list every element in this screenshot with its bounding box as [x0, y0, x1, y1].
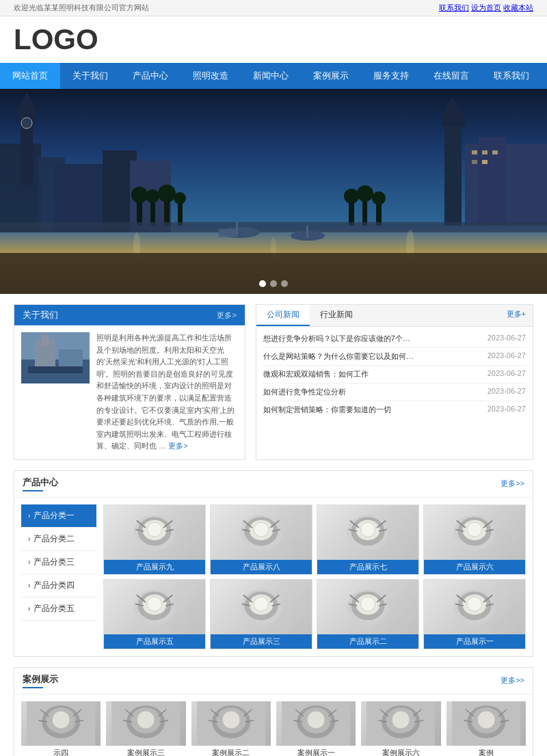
case-img	[191, 701, 271, 746]
nav-about[interactable]: 关于我们	[60, 63, 120, 89]
svg-point-151	[392, 711, 410, 729]
svg-point-119	[52, 711, 70, 729]
cat-label: 产品分类四	[34, 580, 75, 591]
case-item-6[interactable]: 案例展示六	[361, 701, 440, 756]
news-tab-company[interactable]: 公司新闻	[256, 305, 310, 326]
product-img	[104, 580, 205, 634]
svg-point-32	[357, 185, 373, 202]
about-header: 关于我们 更多>	[14, 305, 245, 325]
svg-rect-23	[150, 200, 155, 226]
about-section: 关于我们 更多> 照明是利用各种光源提高工作和生活场所及	[14, 304, 245, 460]
banner-dot-1[interactable]	[259, 280, 266, 287]
product-label: 产品展示七	[317, 560, 418, 574]
contact-link[interactable]: 联系我们	[439, 3, 469, 12]
nav-home[interactable]: 网站首页	[0, 63, 60, 89]
nav-support[interactable]: 服务支持	[361, 63, 421, 89]
news-title[interactable]: 什么是网站策略？为什么你需要它以及如何找到	[263, 351, 414, 362]
svg-point-103	[361, 597, 375, 611]
product-item-2[interactable]: 产品展示二	[317, 579, 419, 649]
news-title[interactable]: 想进行竞争分析吗？以下是你应该做的7个理由	[263, 334, 414, 344]
news-item: 想进行竞争分析吗？以下是你应该做的7个理由 2023-06-27	[263, 330, 526, 348]
case-item-4[interactable]: 示四	[21, 701, 101, 756]
news-title[interactable]: 如何进行竞争性定位分析	[263, 387, 414, 397]
product-label: 产品展示八	[211, 560, 312, 574]
about-more-link[interactable]: 更多>	[168, 442, 187, 450]
arrow-icon: ›	[28, 535, 30, 543]
case-item-1[interactable]: 案例展示一	[276, 701, 356, 756]
top-bar: 欢迎光临某某照明科技有限公司官方网站 联系我们 设为首页 收藏本站	[0, 0, 547, 16]
case-img	[276, 701, 356, 746]
products-more[interactable]: 更多>>	[501, 478, 524, 489]
svg-rect-17	[482, 150, 488, 154]
news-tab-industry[interactable]: 行业新闻	[310, 305, 363, 326]
svg-point-95	[254, 597, 269, 611]
products-section-header: 产品中心 更多>>	[14, 471, 533, 498]
news-date: 2023-06-27	[488, 387, 526, 397]
nav-cases[interactable]: 案例展示	[301, 63, 361, 89]
about-more[interactable]: 更多>	[217, 310, 236, 321]
banner-dot-3[interactable]	[281, 280, 288, 287]
arrow-icon: ›	[28, 582, 30, 589]
news-item: 如何制定营销策略：你需要知道的一切 2023-06-27	[263, 401, 526, 418]
product-item-6[interactable]: 产品展示六	[423, 504, 526, 575]
product-cat-5[interactable]: › 产品分类五	[21, 597, 96, 621]
product-label: 产品展示九	[104, 560, 205, 574]
welcome-text: 欢迎光临某某照明科技有限公司官方网站	[14, 3, 149, 13]
svg-rect-35	[0, 222, 547, 232]
svg-point-34	[372, 191, 386, 205]
cases-title: 案例展示	[23, 673, 58, 686]
svg-point-22	[131, 187, 148, 203]
banner-dot-2[interactable]	[270, 280, 277, 287]
products-body: › 产品分类一 › 产品分类二 › 产品分类三 › 产品分类四 › 产品分类	[14, 498, 533, 656]
news-title[interactable]: 如何制定营销策略：你需要知道的一切	[263, 405, 414, 415]
cases-title-wrap: 案例展示	[23, 673, 58, 688]
product-img	[317, 505, 418, 560]
svg-point-135	[222, 711, 240, 729]
news-title[interactable]: 微观和宏观双端销售：如何工作	[263, 369, 414, 379]
header: LOGO	[0, 16, 547, 63]
cases-more[interactable]: 更多>>	[501, 675, 524, 686]
product-item-9[interactable]: 产品展示九	[103, 504, 206, 575]
news-tabs: 公司新闻 行业新闻 更多+	[256, 305, 533, 327]
product-item-3[interactable]: 产品展示三	[210, 579, 312, 649]
svg-point-159	[477, 711, 495, 729]
nav-contact[interactable]: 联系我们	[481, 63, 542, 89]
products-title-wrap: 产品中心	[23, 476, 58, 491]
svg-point-55	[148, 522, 162, 537]
svg-rect-27	[178, 201, 183, 226]
case-item-3[interactable]: 案例展示三	[106, 701, 185, 756]
main-nav: 网站首页 关于我们 产品中心 照明改造 新闻中心 案例展示 服务支持 在线留言 …	[0, 63, 547, 89]
product-cat-2[interactable]: › 产品分类二	[21, 528, 96, 551]
nav-news[interactable]: 新闻中心	[241, 63, 301, 89]
product-item-5[interactable]: 产品展示五	[103, 579, 206, 649]
nav-guestbook[interactable]: 在线留言	[421, 63, 481, 89]
svg-point-127	[137, 711, 155, 729]
about-news-row: 关于我们 更多> 照明是利用各种光源提高工作和生活场所及	[14, 304, 533, 460]
cat-label: 产品分类五	[34, 603, 75, 615]
svg-point-30	[344, 189, 359, 204]
setpage-link[interactable]: 设为首页	[471, 3, 501, 12]
products-grid: 产品展示九	[103, 504, 526, 649]
news-item: 微观和宏观双端销售：如何工作 2023-06-27	[263, 366, 526, 383]
product-item-1[interactable]: 产品展示一	[423, 579, 526, 649]
nav-lighting[interactable]: 照明改造	[181, 63, 241, 89]
product-cat-3[interactable]: › 产品分类三	[21, 551, 96, 574]
product-item-7[interactable]: 产品展示七	[317, 504, 419, 575]
case-item-2[interactable]: 案例展示二	[191, 701, 271, 756]
product-cat-1[interactable]: › 产品分类一	[21, 504, 96, 528]
products-title: 产品中心	[23, 476, 58, 489]
news-date: 2023-06-27	[488, 351, 526, 362]
svg-point-7	[21, 118, 32, 129]
cases-body: 示四 案	[14, 694, 533, 756]
product-item-8[interactable]: 产品展示八	[210, 504, 312, 575]
bookmark-link[interactable]: 收藏本站	[503, 3, 533, 12]
news-item: 如何进行竞争性定位分析 2023-06-27	[263, 383, 526, 401]
cat-label: 产品分类二	[34, 533, 75, 545]
news-list: 想进行竞争分析吗？以下是你应该做的7个理由 2023-06-27 什么是网站策略…	[256, 327, 533, 422]
product-cat-4[interactable]: › 产品分类四	[21, 574, 96, 597]
case-item-main[interactable]: 案例	[446, 701, 526, 756]
news-more[interactable]: 更多+	[500, 305, 533, 326]
cases-header: 案例展示 更多>>	[14, 668, 533, 694]
nav-products[interactable]: 产品中心	[120, 63, 181, 89]
arrow-icon: ›	[28, 512, 30, 519]
